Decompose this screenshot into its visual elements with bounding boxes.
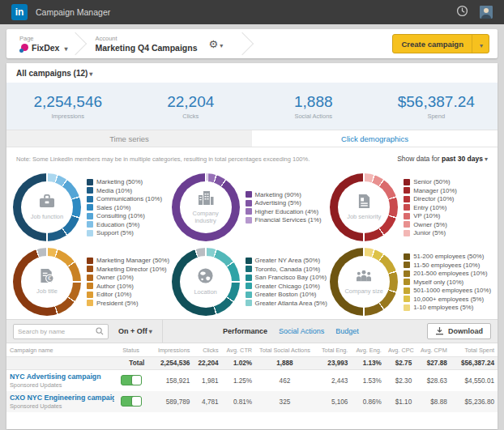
- legend-label: Education (5%): [96, 221, 139, 228]
- user-avatar[interactable]: [480, 6, 493, 19]
- chevron-down-icon: [88, 69, 92, 78]
- demographics-charts: Job function Marketing (50%)Media (10%)C…: [6, 170, 498, 316]
- demographic-chart: € Job title Marketing Manager (50%)Marke…: [13, 248, 172, 316]
- legend-item: Marketing Director (10%): [87, 266, 169, 273]
- chart-legend: Senior (50%)Manager (10%)Director (10%)E…: [404, 177, 457, 238]
- page-label: Page: [19, 35, 67, 42]
- metric-cell: $8.88: [415, 391, 451, 412]
- gear-icon[interactable]: [208, 38, 223, 50]
- breadcrumb-account[interactable]: Account Marketing Q4 Campaigns: [90, 35, 202, 53]
- chart-label: Job title: [23, 288, 70, 295]
- legend-label: Sales (10%): [96, 204, 130, 211]
- demographic-chart: Location Greater NY Area (50%)Toronto, C…: [172, 248, 331, 316]
- breadcrumb-separator: [231, 32, 254, 55]
- chart-label: Company industry: [182, 211, 229, 224]
- tab-time-series[interactable]: Time series: [6, 130, 252, 147]
- legend-label: Entry (10%): [413, 204, 446, 211]
- demographic-chart: Company size 51-200 employees (50%)11-50…: [330, 248, 491, 316]
- campaign-name-link[interactable]: CXO NYC Engineering campaign: [10, 394, 111, 402]
- page-name[interactable]: FixDex: [32, 43, 59, 53]
- chart-legend: 51-200 employees (50%)11-50 employees (1…: [404, 252, 491, 313]
- search-input[interactable]: [18, 328, 96, 335]
- table-body: Total2,254,53622,2041.02%1,88823,9931.13…: [6, 357, 498, 413]
- status-toggle[interactable]: [121, 396, 142, 407]
- legend-swatch: [87, 221, 93, 228]
- date-range-dropdown[interactable]: Show data for past 30 days: [397, 155, 488, 163]
- metric-cell: 0.81%: [222, 391, 256, 412]
- legend-swatch: [404, 279, 410, 285]
- total-cell: 1.02%: [222, 357, 256, 370]
- legend-swatch: [246, 275, 252, 281]
- legend-item: Financial Services (1%): [246, 216, 322, 224]
- campaign-type-label: Sponsored Updates: [10, 381, 111, 389]
- chart-label: Job function: [23, 214, 70, 220]
- create-campaign-button[interactable]: Create campaign: [392, 34, 489, 53]
- legend-label: 1-10 employees (5%): [413, 304, 473, 311]
- campaign-type-label: Sponsored Updates: [10, 402, 111, 410]
- total-row: Total2,254,53622,2041.02%1,88823,9931.13…: [6, 357, 498, 370]
- legend-label: 201-500 employees (10%): [413, 270, 487, 277]
- legend-item: Communications (10%): [87, 195, 162, 202]
- campaign-name-link[interactable]: NYC Advertising campaign: [10, 373, 111, 381]
- status-filter-dropdown[interactable]: On + Off: [118, 327, 152, 335]
- create-campaign-dropdown[interactable]: [472, 35, 489, 53]
- legend-item: Senior (50%): [404, 178, 457, 185]
- metric-tab-performance[interactable]: Performance: [223, 327, 267, 335]
- legend-swatch: [87, 213, 93, 219]
- legend-swatch: [87, 204, 93, 211]
- all-campaigns-dropdown[interactable]: All campaigns (12): [16, 69, 92, 78]
- legend-item: Support (5%): [87, 229, 162, 236]
- column-header: Clicks: [193, 343, 221, 357]
- chart-legend: Greater NY Area (50%)Toronto, Canada (10…: [246, 256, 327, 309]
- total-cell: $27.88: [415, 357, 451, 370]
- legend-swatch: [404, 270, 410, 277]
- total-cell: $2.75: [385, 357, 415, 370]
- chart-label: Location: [182, 289, 229, 296]
- svg-text:€: €: [48, 275, 52, 283]
- legend-item: Greater Atlanta Area (5%): [246, 300, 327, 307]
- legend-item: Editor (10%): [87, 291, 169, 298]
- legend-swatch: [404, 287, 410, 294]
- account-name[interactable]: Marketing Q4 Campaigns: [95, 43, 197, 53]
- main-panel: All campaigns (12) 2,254,546Impressions …: [6, 63, 498, 429]
- chevron-down-icon: [483, 155, 488, 163]
- total-cell: 22,204: [193, 357, 221, 370]
- donut-ring: € Job title: [13, 248, 81, 316]
- column-header: Impressions: [147, 343, 193, 357]
- legend-item: Author (10%): [87, 283, 169, 290]
- legend-item: Junior (5%): [404, 229, 457, 236]
- legend-item: VP (10%): [404, 212, 457, 219]
- tab-click-demographics[interactable]: Click demographics: [252, 130, 498, 147]
- linkedin-logo[interactable]: in: [11, 4, 28, 20]
- status-toggle[interactable]: [121, 375, 142, 385]
- total-cell: 23,993: [314, 357, 352, 370]
- download-button[interactable]: Download: [427, 323, 491, 339]
- legend-item: Media (10%): [87, 187, 162, 194]
- legend-item: Toronto, Canada (10%): [246, 266, 327, 273]
- metric-cell: 2,443: [314, 370, 352, 392]
- legend-label: Director (10%): [413, 195, 454, 202]
- summary-stats: 2,254,546Impressions 22,204Clicks 1,888S…: [6, 83, 498, 130]
- legend-swatch: [246, 191, 252, 198]
- donut-ring: Company industry: [172, 173, 240, 241]
- legend-label: Manager (10%): [413, 187, 457, 194]
- legend-swatch: [404, 296, 410, 302]
- metric-tab-budget[interactable]: Budget: [335, 327, 359, 335]
- legend-item: Advertising (5%): [246, 199, 322, 206]
- legend-item: San Francisco Bay (10%): [246, 274, 327, 281]
- metric-tab-social-actions[interactable]: Social Actions: [279, 327, 324, 335]
- legend-item: Greater Boston (10%): [246, 291, 327, 298]
- legend-label: Senior (50%): [413, 178, 451, 185]
- demographic-chart: Job seniority Senior (50%)Manager (10%)D…: [330, 173, 491, 241]
- metric-cell: 158,921: [147, 370, 193, 392]
- table-toolbar: On + Off PerformanceSocial ActionsBudget…: [6, 319, 498, 343]
- legend-label: Junior (5%): [413, 229, 446, 236]
- history-clock-icon[interactable]: [456, 5, 468, 20]
- legend-swatch: [404, 213, 410, 219]
- legend-item: Manager (10%): [404, 187, 457, 194]
- legend-item: 51-200 employees (50%): [404, 253, 491, 260]
- legend-swatch: [87, 179, 93, 185]
- metric-cell: 0.86%: [351, 391, 385, 412]
- briefcase-icon: [38, 194, 56, 212]
- legend-item: Sales (10%): [87, 204, 162, 211]
